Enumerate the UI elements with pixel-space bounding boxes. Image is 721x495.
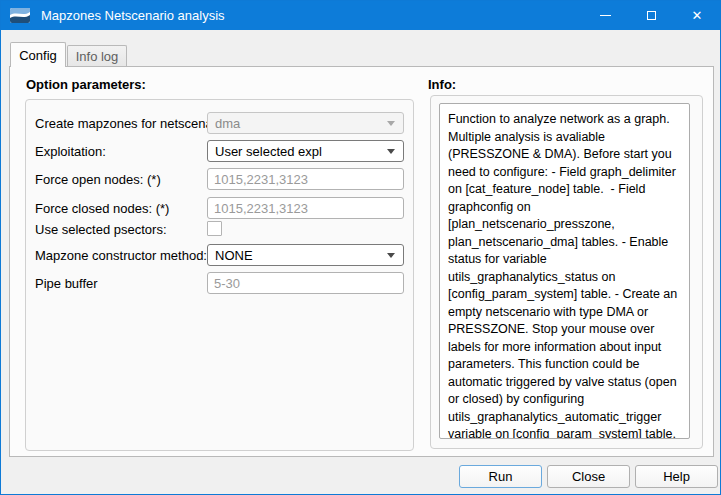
close-button-label: Close xyxy=(572,469,605,484)
close-dialog-button[interactable]: Close xyxy=(547,465,630,488)
constructor-method-combobox[interactable]: NONE xyxy=(207,244,404,266)
run-button[interactable]: Run xyxy=(459,465,542,488)
close-button[interactable]: ✕ xyxy=(674,1,720,30)
exploitation-value: User selected expl xyxy=(215,144,381,159)
form-row-force-open-nodes: Force open nodes: (*) xyxy=(35,168,404,190)
tab-info-log[interactable]: Info log xyxy=(67,45,127,67)
form-row-constructor-method: Mapzone constructor method: NONE xyxy=(35,244,404,266)
use-psectors-checkbox[interactable] xyxy=(207,221,222,236)
app-logo-icon xyxy=(10,8,30,23)
info-title: Info: xyxy=(428,77,456,92)
form-row-pipe-buffer: Pipe buffer xyxy=(35,272,404,294)
force-closed-nodes-input[interactable] xyxy=(207,197,404,219)
pipe-buffer-label: Pipe buffer xyxy=(35,276,98,291)
config-tab-page: Option parameters: Create mapzones for n… xyxy=(9,66,714,457)
form-row-netscenario: Create mapzones for netscenario: dma xyxy=(35,112,404,134)
force-open-nodes-input[interactable] xyxy=(207,168,404,190)
title-bar[interactable]: Mapzones Netscenario analysis ✕ xyxy=(1,1,720,30)
chevron-down-icon xyxy=(387,253,395,258)
minimize-icon xyxy=(600,15,611,16)
form-row-use-psectors: Use selected psectors: xyxy=(35,221,404,237)
dialog-window: Mapzones Netscenario analysis ✕ Config I… xyxy=(0,0,721,495)
maximize-button[interactable] xyxy=(628,1,674,30)
tab-config[interactable]: Config xyxy=(10,42,66,67)
tab-info-log-label: Info log xyxy=(76,49,119,64)
force-closed-nodes-label: Force closed nodes: (*) xyxy=(35,201,169,216)
maximize-icon xyxy=(647,11,656,20)
option-parameters-title: Option parameters: xyxy=(26,77,146,92)
help-button[interactable]: Help xyxy=(635,465,718,488)
constructor-method-label: Mapzone constructor method: xyxy=(35,248,207,263)
window-controls: ✕ xyxy=(582,1,720,30)
netscenario-value: dma xyxy=(215,116,381,131)
chevron-down-icon xyxy=(387,121,395,126)
use-psectors-label: Use selected psectors: xyxy=(35,222,167,237)
help-button-label: Help xyxy=(663,469,690,484)
exploitation-combobox[interactable]: User selected expl xyxy=(207,140,404,162)
exploitation-label: Exploitation: xyxy=(35,144,106,159)
info-text-area[interactable]: Function to analyze network as a graph. … xyxy=(439,103,690,439)
netscenario-combobox: dma xyxy=(207,112,404,134)
force-open-nodes-label: Force open nodes: (*) xyxy=(35,172,161,187)
pipe-buffer-input[interactable] xyxy=(207,272,404,294)
netscenario-label: Create mapzones for netscenario: xyxy=(35,116,231,131)
minimize-button[interactable] xyxy=(582,1,628,30)
tab-config-label: Config xyxy=(19,48,57,63)
chevron-down-icon xyxy=(387,149,395,154)
form-row-exploitation: Exploitation: User selected expl xyxy=(35,140,404,162)
constructor-method-value: NONE xyxy=(215,248,381,263)
run-button-label: Run xyxy=(489,469,513,484)
window-title: Mapzones Netscenario analysis xyxy=(41,8,225,23)
close-icon: ✕ xyxy=(692,9,703,22)
form-row-force-closed-nodes: Force closed nodes: (*) xyxy=(35,197,404,219)
